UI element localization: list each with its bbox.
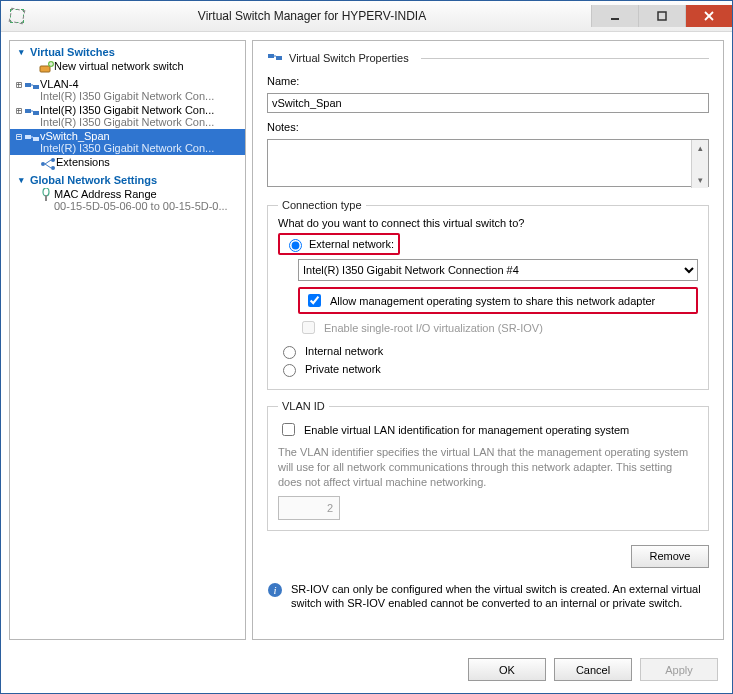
section-virtual-switches[interactable]: ▾ Virtual Switches	[10, 45, 245, 59]
collapse-icon[interactable]: ⊟	[14, 130, 24, 144]
svg-rect-6	[25, 83, 31, 87]
switch-icon	[24, 78, 40, 94]
apply-button: Apply	[640, 658, 718, 681]
minimize-button[interactable]	[591, 5, 638, 27]
external-network-radio[interactable]	[289, 239, 302, 252]
vlan-enable-checkbox[interactable]	[282, 423, 295, 436]
titlebar[interactable]: Virtual Switch Manager for HYPERV-INDIA	[1, 1, 732, 32]
dialog-footer: OK Cancel Apply	[1, 648, 732, 693]
tree-item-label: VLAN-4	[40, 78, 214, 90]
close-button[interactable]	[685, 5, 732, 27]
switch-icon	[24, 130, 40, 146]
vlan-enable-label: Enable virtual LAN identification for ma…	[304, 424, 629, 436]
svg-rect-11	[33, 137, 39, 141]
app-icon	[9, 8, 25, 24]
switch-add-icon	[38, 60, 54, 76]
section-label: Virtual Switches	[30, 46, 115, 58]
extensions-icon	[40, 156, 56, 172]
properties-heading-text: Virtual Switch Properties	[289, 52, 409, 64]
svg-point-14	[51, 166, 55, 170]
tree-item-sub: Intel(R) I350 Gigabit Network Con...	[40, 90, 214, 102]
private-network-label: Private network	[305, 363, 381, 375]
tree-item-label: MAC Address Range	[54, 188, 228, 200]
tree-item-mac-range[interactable]: MAC Address Range 00-15-5D-05-06-00 to 0…	[10, 187, 245, 213]
svg-rect-10	[25, 135, 31, 139]
caret-down-icon: ▾	[16, 175, 26, 185]
tree-item-sub: 00-15-5D-05-06-00 to 00-15-5D-0...	[54, 200, 228, 212]
cancel-button[interactable]: Cancel	[554, 658, 632, 681]
notes-textarea[interactable]	[267, 139, 709, 187]
tree-item-intel[interactable]: ⊞ Intel(R) I350 Gigabit Network Con... I…	[10, 103, 245, 129]
internal-network-radio[interactable]	[283, 346, 296, 359]
svg-rect-4	[40, 66, 50, 72]
svg-text:i: i	[273, 584, 276, 596]
maximize-button[interactable]	[638, 5, 685, 27]
window-title: Virtual Switch Manager for HYPERV-INDIA	[33, 9, 591, 23]
connection-type-question: What do you want to connect this virtual…	[278, 217, 698, 229]
adapter-select[interactable]: Intel(R) I350 Gigabit Network Connection…	[298, 259, 698, 281]
switch-icon	[267, 49, 283, 67]
svg-rect-8	[25, 109, 31, 113]
notes-label: Notes:	[267, 121, 709, 133]
svg-point-13	[51, 158, 55, 162]
properties-pane: Virtual Switch Properties Name: Notes: ▴…	[252, 40, 724, 640]
external-network-label: External network:	[309, 238, 394, 250]
svg-point-15	[43, 188, 49, 196]
section-global-settings[interactable]: ▾ Global Network Settings	[10, 173, 245, 187]
tree-item-vlan4[interactable]: ⊞ VLAN-4 Intel(R) I350 Gigabit Network C…	[10, 77, 245, 103]
tree-item-label: Intel(R) I350 Gigabit Network Con...	[40, 104, 214, 116]
scroll-up-icon[interactable]: ▴	[692, 140, 708, 156]
sriov-info-row: i SR-IOV can only be configured when the…	[267, 582, 709, 612]
svg-point-12	[41, 162, 45, 166]
svg-rect-1	[658, 12, 666, 20]
svg-rect-7	[33, 85, 39, 89]
svg-rect-16	[45, 195, 47, 201]
switch-icon	[24, 104, 40, 120]
private-network-radio[interactable]	[283, 364, 296, 377]
notes-scrollbar[interactable]: ▴▾	[691, 140, 708, 188]
svg-rect-18	[276, 56, 282, 60]
tree-item-new-switch[interactable]: New virtual network switch	[10, 59, 245, 77]
connection-type-group: Connection type What do you want to conn…	[267, 199, 709, 390]
internal-network-label: Internal network	[305, 345, 383, 357]
vlan-legend: VLAN ID	[278, 400, 329, 412]
allow-mgmt-checkbox[interactable]	[308, 294, 321, 307]
expand-icon[interactable]: ⊞	[14, 104, 24, 118]
sriov-checkbox	[302, 321, 315, 334]
tree-item-sub: Intel(R) I350 Gigabit Network Con...	[40, 142, 214, 154]
tree-item-vswitch-span[interactable]: ⊟ vSwitch_Span Intel(R) I350 Gigabit Net…	[10, 129, 245, 155]
tree-item-label: vSwitch_Span	[40, 130, 214, 142]
virtual-switch-manager-window: Virtual Switch Manager for HYPERV-INDIA …	[0, 0, 733, 694]
sriov-info-text: SR-IOV can only be configured when the v…	[291, 582, 709, 612]
svg-rect-17	[268, 54, 274, 58]
connection-type-legend: Connection type	[278, 199, 366, 211]
svg-rect-9	[33, 111, 39, 115]
left-tree-pane[interactable]: ▾ Virtual Switches New virtual network s…	[9, 40, 246, 640]
remove-button[interactable]: Remove	[631, 545, 709, 568]
vlan-id-input: 2	[278, 496, 340, 520]
tree-item-label: Extensions	[56, 156, 110, 168]
properties-heading: Virtual Switch Properties	[267, 49, 709, 67]
tree-item-label: New virtual network switch	[54, 60, 184, 72]
scroll-down-icon[interactable]: ▾	[692, 172, 708, 188]
vlan-help-text: The VLAN identifier specifies the virtua…	[278, 445, 698, 490]
caret-down-icon: ▾	[16, 47, 26, 57]
allow-mgmt-highlight: Allow management operating system to sha…	[298, 287, 698, 314]
tree-item-sub: Intel(R) I350 Gigabit Network Con...	[40, 116, 214, 128]
sriov-label: Enable single-root I/O virtualization (S…	[324, 322, 543, 334]
mac-icon	[38, 188, 54, 204]
vlan-group: VLAN ID Enable virtual LAN identificatio…	[267, 400, 709, 531]
switch-name-input[interactable]	[267, 93, 709, 113]
section-label: Global Network Settings	[30, 174, 157, 186]
name-label: Name:	[267, 75, 709, 87]
tree-item-extensions[interactable]: Extensions	[10, 155, 245, 173]
window-buttons	[591, 5, 732, 27]
expand-icon[interactable]: ⊞	[14, 78, 24, 92]
external-network-highlight: External network:	[278, 233, 400, 255]
ok-button[interactable]: OK	[468, 658, 546, 681]
allow-mgmt-label: Allow management operating system to sha…	[330, 295, 655, 307]
info-icon: i	[267, 582, 283, 600]
